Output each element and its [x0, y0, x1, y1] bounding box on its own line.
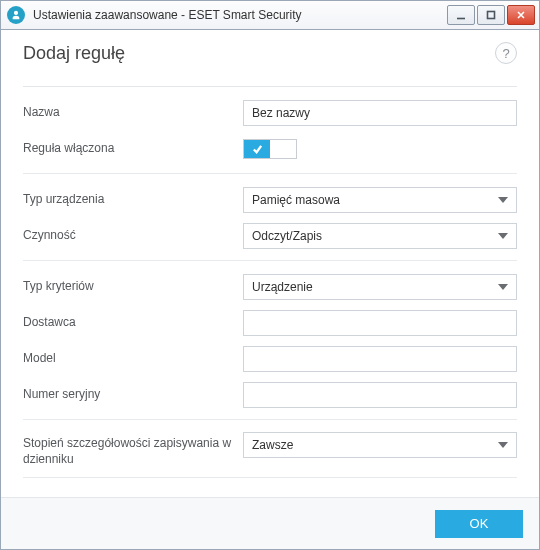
- action-label: Czynność: [23, 228, 243, 244]
- app-icon: [7, 6, 25, 24]
- chevron-down-icon: [498, 233, 508, 239]
- page-title: Dodaj regułę: [23, 43, 125, 64]
- vendor-input[interactable]: [243, 310, 517, 336]
- model-input[interactable]: [243, 346, 517, 372]
- model-label: Model: [23, 351, 243, 367]
- check-icon: [244, 140, 270, 158]
- criteria-type-select[interactable]: Urządzenie: [243, 274, 517, 300]
- form-body: Nazwa Reguła włączona Typ urządzenia Pam…: [23, 99, 517, 491]
- vendor-label: Dostawca: [23, 315, 243, 331]
- enabled-label: Reguła włączona: [23, 141, 243, 157]
- name-label: Nazwa: [23, 105, 243, 121]
- log-level-select[interactable]: Zawsze: [243, 432, 517, 458]
- name-input[interactable]: [243, 100, 517, 126]
- ok-button[interactable]: OK: [435, 510, 523, 538]
- chevron-down-icon: [498, 284, 508, 290]
- chevron-down-icon: [498, 442, 508, 448]
- footer: OK: [1, 497, 539, 549]
- help-button[interactable]: ?: [495, 42, 517, 64]
- enabled-toggle[interactable]: [243, 139, 297, 159]
- chevron-down-icon: [498, 197, 508, 203]
- title-bar: Ustawienia zaawansowane - ESET Smart Sec…: [0, 0, 540, 30]
- minimize-button[interactable]: [447, 5, 475, 25]
- maximize-button[interactable]: [477, 5, 505, 25]
- serial-input[interactable]: [243, 382, 517, 408]
- log-level-label: Stopień szczegółowości zapisywania w dzi…: [23, 432, 243, 467]
- log-level-value: Zawsze: [252, 438, 293, 452]
- criteria-type-label: Typ kryteriów: [23, 279, 243, 295]
- window-title: Ustawienia zaawansowane - ESET Smart Sec…: [33, 8, 447, 22]
- device-type-value: Pamięć masowa: [252, 193, 340, 207]
- close-button[interactable]: [507, 5, 535, 25]
- window-controls: [447, 5, 535, 25]
- svg-rect-0: [488, 12, 495, 19]
- serial-label: Numer seryjny: [23, 387, 243, 403]
- action-select[interactable]: Odczyt/Zapis: [243, 223, 517, 249]
- criteria-type-value: Urządzenie: [252, 280, 313, 294]
- action-value: Odczyt/Zapis: [252, 229, 322, 243]
- device-type-select[interactable]: Pamięć masowa: [243, 187, 517, 213]
- device-type-label: Typ urządzenia: [23, 192, 243, 208]
